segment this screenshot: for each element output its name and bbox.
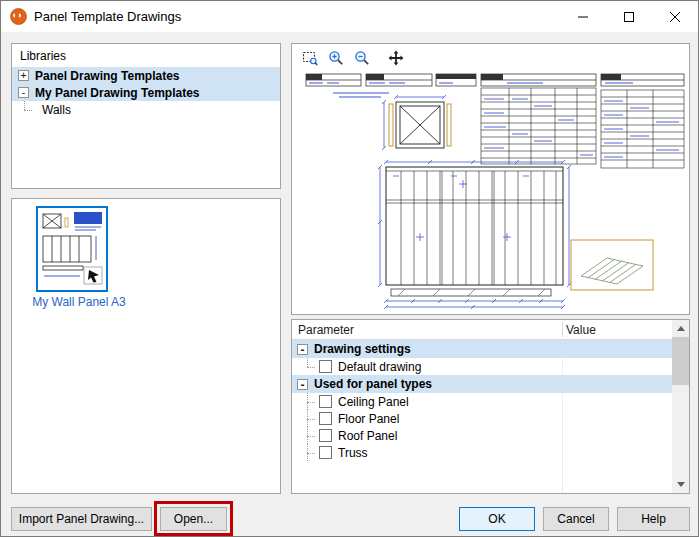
panel-template-drawings-dialog: { "window": { "title": "Panel Template D…	[0, 0, 699, 537]
tree-connector	[22, 101, 36, 118]
drawing-preview-panel	[291, 43, 690, 315]
zoom-in-icon[interactable]	[325, 47, 347, 69]
open-button[interactable]: Open...	[160, 507, 227, 531]
preview-toolbar	[292, 44, 689, 72]
parameter-rows: - Drawing settings Default drawing - Use…	[292, 340, 672, 461]
scroll-up-arrow-icon	[677, 326, 685, 331]
tree-connector	[305, 358, 319, 375]
cancel-button[interactable]: Cancel	[543, 507, 609, 531]
parameter-grid: Parameter Value - Drawing settings Defau…	[291, 319, 690, 494]
app-icon	[10, 8, 27, 25]
titlebar[interactable]: Panel Template Drawings	[1, 1, 698, 32]
checkbox-ceiling-panel[interactable]	[319, 395, 332, 408]
tree-item-label: My Panel Drawing Templates	[35, 86, 200, 100]
minimize-button[interactable]	[560, 1, 606, 32]
param-label: Ceiling Panel	[338, 395, 409, 409]
param-label: Floor Panel	[338, 412, 399, 426]
scroll-down-button[interactable]	[672, 476, 689, 493]
window-controls	[560, 1, 698, 32]
tree-connector	[305, 427, 319, 444]
collapse-minus-icon[interactable]: -	[297, 344, 308, 355]
column-separator[interactable]	[562, 322, 563, 337]
param-row-truss[interactable]: Truss	[292, 444, 672, 461]
param-row-floor-panel[interactable]: Floor Panel	[292, 410, 672, 427]
zoom-out-icon[interactable]	[351, 47, 373, 69]
tree-item-my-panel-drawing-templates[interactable]: - My Panel Drawing Templates	[12, 84, 280, 101]
scroll-up-button[interactable]	[672, 320, 689, 337]
param-label: Roof Panel	[338, 429, 397, 443]
param-row-ceiling-panel[interactable]: Ceiling Panel	[292, 393, 672, 410]
scroll-down-arrow-icon	[677, 482, 685, 487]
collapse-minus-icon[interactable]: -	[18, 87, 29, 98]
libraries-label: Libraries	[12, 44, 280, 67]
group-label: Used for panel types	[314, 377, 432, 391]
collapse-minus-icon[interactable]: -	[297, 379, 308, 390]
group-label: Drawing settings	[314, 342, 411, 356]
checkbox-truss[interactable]	[319, 446, 332, 459]
group-row-drawing-settings[interactable]: - Drawing settings	[292, 340, 672, 358]
tree-item-label: Walls	[42, 103, 71, 117]
column-header-parameter: Parameter	[298, 323, 354, 337]
maximize-button[interactable]	[606, 1, 652, 32]
param-row-roof-panel[interactable]: Roof Panel	[292, 427, 672, 444]
tree-item-panel-drawing-templates[interactable]: + Panel Drawing Templates	[12, 67, 280, 84]
checkbox-roof-panel[interactable]	[319, 429, 332, 442]
tree-item-walls[interactable]: Walls	[12, 101, 280, 118]
param-row-default-drawing[interactable]: Default drawing	[292, 358, 672, 375]
tree-connector	[305, 444, 319, 461]
panel-drawing-preview[interactable]	[293, 72, 688, 310]
ok-button[interactable]: OK	[459, 507, 535, 531]
parameter-grid-header: Parameter Value	[292, 320, 672, 340]
checkbox-default-drawing[interactable]	[319, 360, 332, 373]
window-title: Panel Template Drawings	[34, 9, 181, 24]
close-button[interactable]	[652, 1, 698, 32]
scrollbar-thumb[interactable]	[672, 337, 689, 385]
vertical-scrollbar[interactable]	[672, 320, 689, 493]
pan-icon[interactable]	[385, 47, 407, 69]
expand-plus-icon[interactable]: +	[18, 70, 29, 81]
param-label: Default drawing	[338, 360, 421, 374]
libraries-panel: Libraries + Panel Drawing Templates - My…	[11, 43, 281, 189]
import-panel-drawing-button[interactable]: Import Panel Drawing...	[11, 507, 152, 531]
thumbnail-my-wall-panel-a3[interactable]: My Wall Panel A3	[24, 206, 134, 309]
help-button[interactable]: Help	[617, 507, 690, 531]
group-row-used-for-panel-types[interactable]: - Used for panel types	[292, 375, 672, 393]
tree-item-label: Panel Drawing Templates	[35, 69, 180, 83]
thumbnail-label: My Wall Panel A3	[24, 295, 134, 309]
checkbox-floor-panel[interactable]	[319, 412, 332, 425]
zoom-window-icon[interactable]	[299, 47, 321, 69]
template-thumbnail-image[interactable]	[36, 206, 108, 292]
column-header-value: Value	[566, 323, 596, 337]
tree-connector	[305, 393, 319, 410]
param-label: Truss	[338, 446, 368, 460]
template-thumbnail-list: My Wall Panel A3	[11, 198, 281, 494]
tree-connector	[305, 410, 319, 427]
